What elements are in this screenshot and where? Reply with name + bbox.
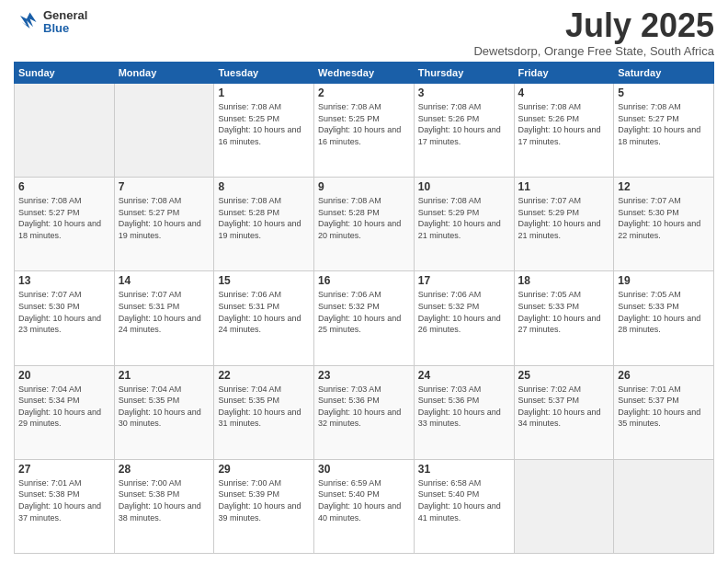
calendar-cell: 12Sunrise: 7:07 AM Sunset: 5:30 PM Dayli… [614, 178, 714, 271]
calendar-cell: 22Sunrise: 7:04 AM Sunset: 5:35 PM Dayli… [214, 365, 314, 459]
calendar-week-row: 27Sunrise: 7:01 AM Sunset: 5:38 PM Dayli… [15, 459, 714, 553]
day-info: Sunrise: 7:08 AM Sunset: 5:27 PM Dayligh… [18, 195, 110, 241]
day-number: 15 [218, 274, 310, 287]
calendar-cell: 17Sunrise: 7:06 AM Sunset: 5:32 PM Dayli… [414, 271, 514, 365]
calendar-cell: 27Sunrise: 7:01 AM Sunset: 5:38 PM Dayli… [15, 459, 115, 553]
day-info: Sunrise: 7:04 AM Sunset: 5:35 PM Dayligh… [218, 384, 310, 430]
day-number: 21 [119, 369, 210, 382]
calendar-cell: 1Sunrise: 7:08 AM Sunset: 5:25 PM Daylig… [214, 84, 314, 178]
weekday-header-cell: Thursday [414, 63, 514, 84]
calendar-cell: 26Sunrise: 7:01 AM Sunset: 5:37 PM Dayli… [614, 365, 714, 459]
day-info: Sunrise: 7:04 AM Sunset: 5:35 PM Dayligh… [119, 384, 210, 430]
calendar-cell: 20Sunrise: 7:04 AM Sunset: 5:34 PM Dayli… [15, 365, 115, 459]
calendar-week-row: 6Sunrise: 7:08 AM Sunset: 5:27 PM Daylig… [15, 178, 714, 271]
day-number: 1 [218, 86, 310, 99]
day-info: Sunrise: 7:05 AM Sunset: 5:33 PM Dayligh… [518, 289, 610, 335]
calendar-cell: 21Sunrise: 7:04 AM Sunset: 5:35 PM Dayli… [114, 365, 214, 459]
weekday-header-cell: Friday [514, 63, 614, 84]
title-section: July 2025 Dewetsdorp, Orange Free State,… [473, 9, 714, 58]
day-info: Sunrise: 7:08 AM Sunset: 5:25 PM Dayligh… [218, 101, 310, 147]
logo-general: General [43, 9, 87, 22]
header: General Blue July 2025 Dewetsdorp, Orang… [14, 9, 714, 58]
day-number: 20 [18, 369, 110, 382]
day-number: 24 [418, 369, 510, 382]
day-number: 11 [518, 180, 610, 193]
day-info: Sunrise: 7:02 AM Sunset: 5:37 PM Dayligh… [518, 384, 610, 430]
day-info: Sunrise: 7:06 AM Sunset: 5:31 PM Dayligh… [218, 289, 310, 335]
day-number: 4 [518, 86, 610, 99]
calendar-cell: 16Sunrise: 7:06 AM Sunset: 5:32 PM Dayli… [314, 271, 415, 365]
day-info: Sunrise: 7:07 AM Sunset: 5:30 PM Dayligh… [618, 195, 710, 241]
day-info: Sunrise: 7:08 AM Sunset: 5:26 PM Dayligh… [418, 101, 510, 147]
location: Dewetsdorp, Orange Free State, South Afr… [473, 44, 714, 58]
page: General Blue July 2025 Dewetsdorp, Orang… [0, 0, 728, 563]
day-number: 3 [418, 86, 510, 99]
day-info: Sunrise: 7:04 AM Sunset: 5:34 PM Dayligh… [18, 384, 110, 430]
day-info: Sunrise: 7:00 AM Sunset: 5:38 PM Dayligh… [119, 477, 210, 523]
day-number: 10 [418, 180, 510, 193]
day-number: 19 [618, 274, 710, 287]
day-number: 29 [218, 463, 310, 476]
logo: General Blue [14, 9, 87, 36]
day-info: Sunrise: 7:01 AM Sunset: 5:37 PM Dayligh… [618, 384, 710, 430]
day-info: Sunrise: 7:03 AM Sunset: 5:36 PM Dayligh… [418, 384, 510, 430]
day-number: 17 [418, 274, 510, 287]
day-number: 18 [518, 274, 610, 287]
day-info: Sunrise: 7:08 AM Sunset: 5:29 PM Dayligh… [418, 195, 510, 241]
day-number: 13 [18, 274, 110, 287]
day-info: Sunrise: 6:58 AM Sunset: 5:40 PM Dayligh… [418, 477, 510, 523]
calendar-cell: 13Sunrise: 7:07 AM Sunset: 5:30 PM Dayli… [15, 271, 115, 365]
calendar-cell: 4Sunrise: 7:08 AM Sunset: 5:26 PM Daylig… [514, 84, 614, 178]
calendar-cell: 6Sunrise: 7:08 AM Sunset: 5:27 PM Daylig… [15, 178, 115, 271]
weekday-header-cell: Monday [114, 63, 214, 84]
day-number: 23 [318, 369, 410, 382]
calendar-cell: 8Sunrise: 7:08 AM Sunset: 5:28 PM Daylig… [214, 178, 314, 271]
weekday-header-cell: Saturday [614, 63, 714, 84]
day-number: 27 [18, 463, 110, 476]
day-info: Sunrise: 6:59 AM Sunset: 5:40 PM Dayligh… [318, 477, 410, 523]
day-info: Sunrise: 7:05 AM Sunset: 5:33 PM Dayligh… [618, 289, 710, 335]
logo-blue: Blue [43, 22, 87, 35]
day-info: Sunrise: 7:08 AM Sunset: 5:25 PM Dayligh… [318, 101, 410, 147]
day-number: 26 [618, 369, 710, 382]
logo-text: General Blue [43, 9, 87, 36]
day-number: 16 [318, 274, 410, 287]
day-number: 25 [518, 369, 610, 382]
day-info: Sunrise: 7:07 AM Sunset: 5:30 PM Dayligh… [18, 289, 110, 335]
calendar-cell: 28Sunrise: 7:00 AM Sunset: 5:38 PM Dayli… [114, 459, 214, 553]
calendar-week-row: 20Sunrise: 7:04 AM Sunset: 5:34 PM Dayli… [15, 365, 714, 459]
calendar-cell: 31Sunrise: 6:58 AM Sunset: 5:40 PM Dayli… [414, 459, 514, 553]
day-number: 14 [119, 274, 210, 287]
calendar-cell [114, 84, 214, 178]
calendar-table: SundayMondayTuesdayWednesdayThursdayFrid… [14, 62, 714, 554]
calendar-cell [15, 84, 115, 178]
calendar-cell: 2Sunrise: 7:08 AM Sunset: 5:25 PM Daylig… [314, 84, 415, 178]
calendar-cell: 14Sunrise: 7:07 AM Sunset: 5:31 PM Dayli… [114, 271, 214, 365]
calendar-cell: 29Sunrise: 7:00 AM Sunset: 5:39 PM Dayli… [214, 459, 314, 553]
day-info: Sunrise: 7:08 AM Sunset: 5:28 PM Dayligh… [318, 195, 410, 241]
calendar-cell: 5Sunrise: 7:08 AM Sunset: 5:27 PM Daylig… [614, 84, 714, 178]
day-number: 12 [618, 180, 710, 193]
calendar-week-row: 13Sunrise: 7:07 AM Sunset: 5:30 PM Dayli… [15, 271, 714, 365]
weekday-header-cell: Tuesday [214, 63, 314, 84]
calendar-cell: 18Sunrise: 7:05 AM Sunset: 5:33 PM Dayli… [514, 271, 614, 365]
day-number: 31 [418, 463, 510, 476]
calendar-body: 1Sunrise: 7:08 AM Sunset: 5:25 PM Daylig… [15, 84, 714, 554]
calendar-cell: 11Sunrise: 7:07 AM Sunset: 5:29 PM Dayli… [514, 178, 614, 271]
calendar-cell: 10Sunrise: 7:08 AM Sunset: 5:29 PM Dayli… [414, 178, 514, 271]
calendar-cell: 9Sunrise: 7:08 AM Sunset: 5:28 PM Daylig… [314, 178, 415, 271]
calendar-week-row: 1Sunrise: 7:08 AM Sunset: 5:25 PM Daylig… [15, 84, 714, 178]
day-number: 28 [119, 463, 210, 476]
calendar-cell: 7Sunrise: 7:08 AM Sunset: 5:27 PM Daylig… [114, 178, 214, 271]
calendar-cell: 15Sunrise: 7:06 AM Sunset: 5:31 PM Dayli… [214, 271, 314, 365]
weekday-header-row: SundayMondayTuesdayWednesdayThursdayFrid… [15, 63, 714, 84]
weekday-header-cell: Wednesday [314, 63, 415, 84]
day-info: Sunrise: 7:08 AM Sunset: 5:27 PM Dayligh… [119, 195, 210, 241]
day-number: 2 [318, 86, 410, 99]
weekday-header-cell: Sunday [15, 63, 115, 84]
day-info: Sunrise: 7:00 AM Sunset: 5:39 PM Dayligh… [218, 477, 310, 523]
calendar-cell: 25Sunrise: 7:02 AM Sunset: 5:37 PM Dayli… [514, 365, 614, 459]
day-info: Sunrise: 7:03 AM Sunset: 5:36 PM Dayligh… [318, 384, 410, 430]
day-info: Sunrise: 7:07 AM Sunset: 5:31 PM Dayligh… [119, 289, 210, 335]
day-number: 9 [318, 180, 410, 193]
